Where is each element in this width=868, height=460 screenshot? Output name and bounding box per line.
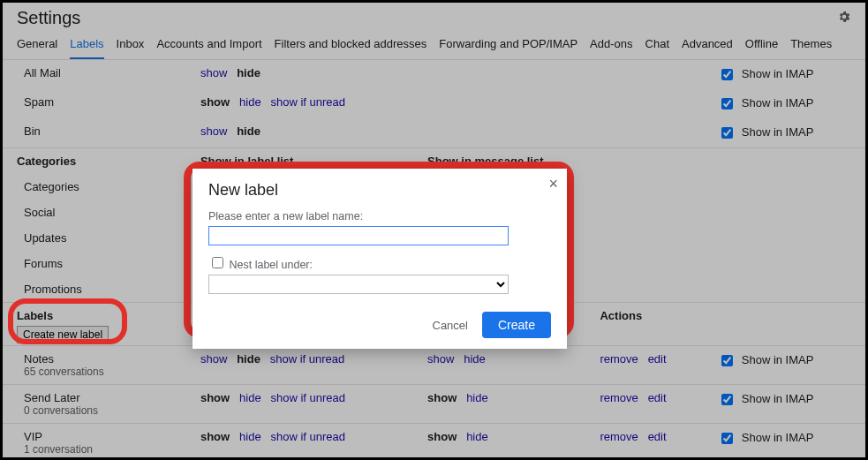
imap-checkbox[interactable] <box>721 433 733 444</box>
system-row-allmail: All Mail show hide Show in IMAP <box>3 60 865 89</box>
msg-show-link[interactable]: show <box>427 391 457 404</box>
msg-show-link[interactable]: show <box>427 430 457 443</box>
tab-labels[interactable]: Labels <box>70 37 103 59</box>
tab-offline[interactable]: Offline <box>745 37 778 59</box>
msg-show-link[interactable]: show <box>427 352 454 366</box>
hide-link[interactable]: hide <box>239 95 261 109</box>
user-label-row: Send Later 0 conversations show hide sho… <box>3 385 865 424</box>
hide-link[interactable]: hide <box>237 352 260 366</box>
categories-section-title: Categories <box>3 148 193 175</box>
msg-hide-link[interactable]: hide <box>466 391 488 404</box>
system-row-bin: Bin show hide Show in IMAP <box>3 118 865 148</box>
nest-parent-select[interactable] <box>208 275 509 294</box>
tab-general[interactable]: General <box>17 37 57 59</box>
label-sub: 65 conversations <box>24 366 186 378</box>
user-label-row: VIP 1 conversation show hide show if unr… <box>3 424 865 461</box>
new-label-dialog: × New label Please enter a new label nam… <box>192 169 567 349</box>
hide-link[interactable]: hide <box>239 430 261 443</box>
label-name: Spam <box>3 89 193 118</box>
cancel-button[interactable]: Cancel <box>433 319 468 332</box>
page-title: Settings <box>17 8 80 28</box>
imap-checkbox[interactable] <box>721 98 733 109</box>
label-name: Notes <box>24 352 186 366</box>
tab-accounts[interactable]: Accounts and Import <box>156 37 261 59</box>
imap-label: Show in IMAP <box>742 67 814 80</box>
show-link[interactable]: show <box>200 352 227 366</box>
create-button[interactable]: Create <box>482 312 551 338</box>
label-sub: 0 conversations <box>24 404 186 417</box>
imap-checkbox[interactable] <box>721 127 733 139</box>
settings-tabs: General Labels Inbox Accounts and Import… <box>3 30 865 60</box>
nest-label: Nest label under: <box>229 259 313 271</box>
imap-label: Show in IMAP <box>742 125 814 139</box>
edit-link[interactable]: edit <box>648 352 667 366</box>
show-link[interactable]: show <box>200 66 227 79</box>
dialog-title: New label <box>208 181 551 200</box>
label-sub: 1 conversation <box>24 443 186 456</box>
msg-hide-link[interactable]: hide <box>466 430 488 443</box>
imap-label: Show in IMAP <box>742 96 814 109</box>
tab-advanced[interactable]: Advanced <box>682 37 733 59</box>
msg-hide-link[interactable]: hide <box>464 352 486 366</box>
show-link[interactable]: show <box>200 124 227 138</box>
imap-label: Show in IMAP <box>742 431 814 444</box>
gear-icon[interactable] <box>837 10 851 26</box>
show-if-unread-link[interactable]: show if unread <box>270 352 345 366</box>
show-if-unread-link[interactable]: show if unread <box>270 430 345 443</box>
dialog-prompt: Please enter a new label name: <box>208 210 551 222</box>
remove-link[interactable]: remove <box>600 352 638 366</box>
edit-link[interactable]: edit <box>648 430 667 443</box>
show-link[interactable]: show <box>200 95 230 109</box>
system-row-spam: Spam show hide show if unread Show in IM… <box>3 89 865 118</box>
label-name-input[interactable] <box>208 226 509 245</box>
hide-link[interactable]: hide <box>237 124 260 138</box>
user-label-row: Notes 65 conversations show hide show if… <box>3 346 865 385</box>
imap-checkbox[interactable] <box>721 69 733 80</box>
col-header-actions: Actions <box>593 303 711 346</box>
show-link[interactable]: show <box>200 391 230 404</box>
tab-inbox[interactable]: Inbox <box>117 37 145 59</box>
show-link[interactable]: show <box>200 430 230 443</box>
label-name: Send Later <box>24 391 186 404</box>
nest-checkbox[interactable] <box>212 257 223 268</box>
show-if-unread-link[interactable]: show if unread <box>270 95 345 109</box>
remove-link[interactable]: remove <box>600 430 638 443</box>
category-name: Updates <box>3 225 193 251</box>
tab-chat[interactable]: Chat <box>645 37 669 59</box>
remove-link[interactable]: remove <box>600 391 638 404</box>
imap-checkbox[interactable] <box>721 394 733 405</box>
close-icon[interactable]: × <box>548 176 558 192</box>
category-name: Categories <box>3 174 193 200</box>
edit-link[interactable]: edit <box>648 391 667 404</box>
category-name: Forums <box>3 251 193 276</box>
tab-addons[interactable]: Add-ons <box>590 37 632 59</box>
imap-label: Show in IMAP <box>742 353 814 366</box>
category-name: Promotions <box>3 276 193 303</box>
hide-link[interactable]: hide <box>237 66 260 79</box>
labels-section-title: Labels <box>17 309 186 322</box>
imap-checkbox[interactable] <box>721 355 733 366</box>
tab-themes[interactable]: Themes <box>790 37 832 59</box>
tab-filters[interactable]: Filters and blocked addresses <box>275 37 427 59</box>
show-if-unread-link[interactable]: show if unread <box>270 391 345 404</box>
category-name: Social <box>3 200 193 225</box>
label-name: VIP <box>24 430 186 443</box>
hide-link[interactable]: hide <box>239 391 261 404</box>
create-new-label-button[interactable]: Create new label <box>17 326 109 343</box>
label-name: All Mail <box>3 60 193 89</box>
tab-forwarding[interactable]: Forwarding and POP/IMAP <box>439 37 577 59</box>
label-name: Bin <box>3 118 193 148</box>
imap-label: Show in IMAP <box>742 392 814 405</box>
